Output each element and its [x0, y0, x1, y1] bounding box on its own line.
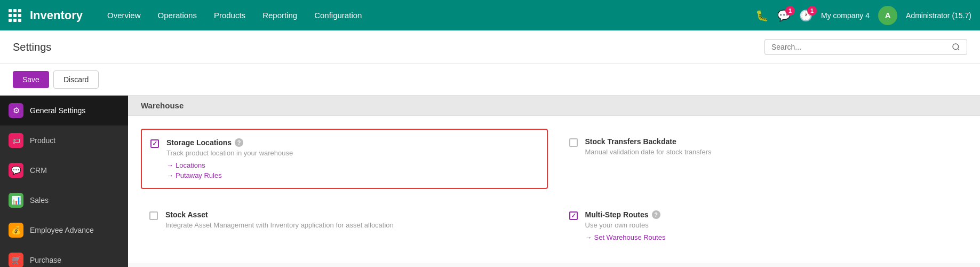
- stock-asset-text: Stock Asset Integrate Asset Management w…: [165, 210, 539, 233]
- stock-asset-title: Stock Asset: [165, 210, 539, 219]
- search-input[interactable]: [771, 43, 952, 51]
- search-bar[interactable]: [764, 39, 967, 55]
- stock-transfers-title: Stock Transfers Backdate: [585, 137, 959, 146]
- search-icon: [952, 43, 960, 51]
- sidebar: ⚙ General Settings 🏷 Product 💬 CRM 📊 Sal…: [0, 96, 128, 267]
- settings-grid: Storage Locations ? Track product locati…: [128, 116, 980, 263]
- stock-asset-desc: Integrate Asset Management with Inventor…: [165, 221, 539, 229]
- top-navbar: Inventory Overview Operations Products R…: [0, 0, 980, 30]
- stock-transfers-text: Stock Transfers Backdate Manual validati…: [585, 137, 959, 160]
- storage-locations-setting: Storage Locations ? Track product locati…: [141, 129, 548, 189]
- stock-asset-setting: Stock Asset Integrate Asset Management w…: [141, 202, 548, 250]
- multi-step-routes-title: Multi-Step Routes ?: [585, 210, 959, 219]
- sidebar-item-employee-advance[interactable]: 💰 Employee Advance: [0, 215, 128, 245]
- menu-configuration[interactable]: Configuration: [307, 6, 369, 24]
- sidebar-item-sales[interactable]: 📊 Sales: [0, 185, 128, 215]
- sidebar-label-crm: CRM: [30, 166, 47, 175]
- sales-icon: 📊: [9, 193, 23, 208]
- stock-transfers-checkbox[interactable]: [569, 138, 578, 147]
- sidebar-label-sales: Sales: [30, 196, 49, 205]
- general-settings-icon: ⚙: [9, 103, 23, 118]
- debug-icon[interactable]: 🐛: [755, 9, 769, 22]
- sidebar-item-purchase[interactable]: 🛒 Purchase: [0, 245, 128, 267]
- stock-asset-checkbox[interactable]: [149, 211, 158, 220]
- main-layout: ⚙ General Settings 🏷 Product 💬 CRM 📊 Sal…: [0, 96, 980, 267]
- locations-link[interactable]: → Locations: [166, 161, 538, 169]
- menu-products[interactable]: Products: [206, 6, 253, 24]
- storage-locations-desc: Track product location in your warehouse: [166, 149, 538, 157]
- stock-transfers-backdate-setting: Stock Transfers Backdate Manual validati…: [561, 129, 968, 189]
- stock-transfers-desc: Manual validation date for stock transfe…: [585, 148, 959, 156]
- app-logo: Inventory: [30, 9, 83, 22]
- storage-locations-checkbox-area[interactable]: [150, 138, 159, 148]
- stock-asset-checkbox-area[interactable]: [149, 210, 158, 220]
- crm-icon: 💬: [9, 163, 23, 178]
- multi-step-routes-desc: Use your own routes: [585, 221, 959, 229]
- sidebar-label-product: Product: [30, 136, 55, 145]
- top-menu: Overview Operations Products Reporting C…: [100, 6, 751, 24]
- messages-badge: 1: [785, 6, 795, 15]
- sidebar-label-employee-advance: Employee Advance: [30, 226, 94, 234]
- activities-icon[interactable]: 🕐 1: [799, 9, 812, 22]
- stock-transfers-checkbox-area[interactable]: [569, 137, 578, 147]
- menu-overview[interactable]: Overview: [100, 6, 148, 24]
- menu-reporting[interactable]: Reporting: [255, 6, 305, 24]
- multi-step-routes-checkbox-area[interactable]: [569, 210, 578, 220]
- action-bar: Save Discard: [0, 64, 980, 96]
- admin-label[interactable]: Administrator (15.7): [906, 11, 971, 20]
- avatar-initial: A: [885, 11, 891, 20]
- employee-advance-icon: 💰: [9, 223, 23, 238]
- purchase-icon: 🛒: [9, 253, 23, 267]
- activities-badge: 1: [807, 6, 817, 15]
- avatar[interactable]: A: [878, 6, 897, 25]
- warehouse-section-header: Warehouse: [128, 96, 980, 116]
- save-button[interactable]: Save: [13, 71, 49, 88]
- main-content: Warehouse Storage Locations ? Track prod…: [128, 96, 980, 267]
- storage-locations-text: Storage Locations ? Track product locati…: [166, 138, 538, 179]
- discard-button[interactable]: Discard: [53, 70, 99, 89]
- app-switcher-icon[interactable]: [9, 9, 21, 22]
- sidebar-item-general-settings[interactable]: ⚙ General Settings: [0, 96, 128, 125]
- product-icon: 🏷: [9, 133, 23, 148]
- menu-operations[interactable]: Operations: [150, 6, 204, 24]
- sidebar-label-general-settings: General Settings: [30, 106, 85, 115]
- svg-line-1: [958, 49, 959, 50]
- sidebar-item-product[interactable]: 🏷 Product: [0, 125, 128, 155]
- company-selector[interactable]: My company 4: [821, 11, 870, 20]
- sidebar-item-crm[interactable]: 💬 CRM: [0, 155, 128, 185]
- multi-step-routes-checkbox[interactable]: [569, 211, 578, 220]
- storage-locations-checkbox[interactable]: [150, 139, 159, 148]
- storage-locations-title: Storage Locations ?: [166, 138, 538, 147]
- multi-step-routes-help-icon[interactable]: ?: [652, 210, 660, 219]
- multi-step-routes-setting: Multi-Step Routes ? Use your own routes …: [561, 202, 968, 250]
- page-header: Settings: [0, 30, 980, 64]
- multi-step-routes-text: Multi-Step Routes ? Use your own routes …: [585, 210, 959, 241]
- messages-icon[interactable]: 💬 1: [777, 9, 791, 22]
- topnav-right: 🐛 💬 1 🕐 1 My company 4 A Administrator (…: [755, 6, 971, 25]
- sidebar-label-purchase: Purchase: [30, 256, 61, 264]
- putaway-rules-link[interactable]: → Putaway Rules: [166, 171, 538, 179]
- set-warehouse-routes-link[interactable]: → Set Warehouse Routes: [585, 233, 959, 241]
- storage-locations-help-icon[interactable]: ?: [235, 138, 243, 147]
- svg-point-0: [953, 44, 959, 50]
- page-title: Settings: [13, 41, 51, 53]
